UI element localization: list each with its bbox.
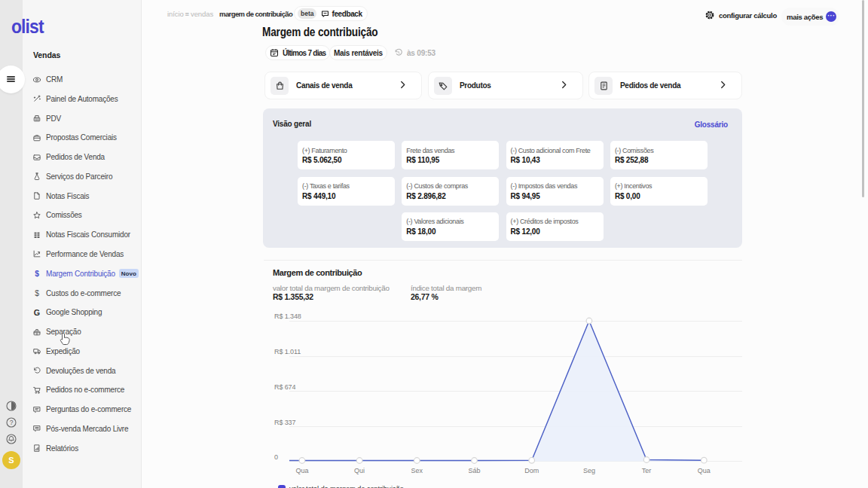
svg-text:$: $ — [35, 270, 39, 278]
svg-text:$: $ — [35, 289, 39, 297]
svg-text:G: G — [34, 308, 40, 317]
svg-text:?: ? — [10, 419, 14, 426]
